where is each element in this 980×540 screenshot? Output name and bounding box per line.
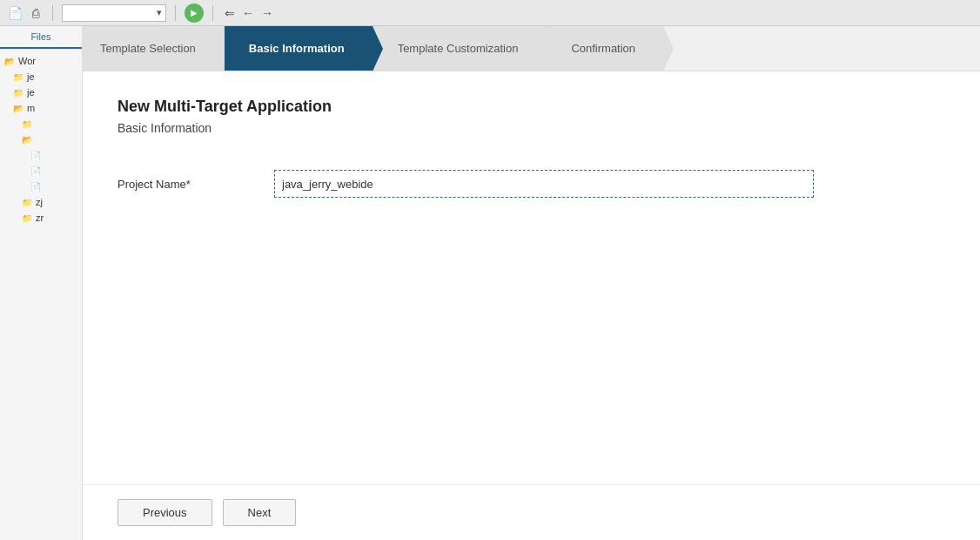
- list-item[interactable]: 📁 zj: [0, 194, 82, 210]
- toolbar-icon-2[interactable]: ⎙: [28, 5, 44, 21]
- folder-open-icon: 📂: [12, 102, 24, 114]
- nav-right-icon[interactable]: →: [258, 4, 276, 22]
- list-item[interactable]: 📁 je: [0, 69, 82, 84]
- tree-label: Wor: [18, 56, 36, 66]
- content-area: Template Selection Basic Information Tem…: [83, 26, 980, 540]
- nav-left-icon[interactable]: ←: [239, 4, 257, 22]
- tree-label: zj: [36, 197, 43, 207]
- list-item[interactable]: 📁: [0, 116, 82, 132]
- sidebar-tabs: Files: [0, 26, 82, 50]
- folder-icon: 📁: [21, 196, 33, 208]
- wizard-tab-template-customization[interactable]: Template Customization: [373, 26, 547, 71]
- file-icon: 📄: [30, 149, 42, 161]
- folder-icon: 📁: [12, 86, 24, 98]
- chevron-down-icon: ▾: [157, 7, 162, 18]
- tree-label: zr: [36, 213, 44, 223]
- list-item[interactable]: 📁 je: [0, 84, 82, 100]
- project-name-label: Project Name*: [117, 178, 274, 191]
- wizard-tab-basic-information[interactable]: Basic Information: [225, 26, 373, 71]
- list-item[interactable]: 📄: [0, 147, 82, 163]
- toolbar: 📄 ⎙ ▾ ▶ ⇐ ← →: [0, 0, 980, 26]
- main-area: Files 📂 Wor 📁 je 📁 je 📂 m 📁: [0, 26, 980, 540]
- list-item[interactable]: 📁 zr: [0, 210, 82, 226]
- play-button[interactable]: ▶: [185, 3, 204, 23]
- wizard-body: New Multi-Target Application Basic Infor…: [83, 71, 980, 484]
- previous-button[interactable]: Previous: [117, 499, 212, 526]
- wizard-tabs: Template Selection Basic Information Tem…: [83, 26, 980, 71]
- list-item[interactable]: 📂 m: [0, 100, 82, 116]
- toolbar-separator-3: [212, 5, 213, 21]
- file-icon: 📄: [30, 165, 42, 177]
- folder-icon: 📁: [21, 212, 33, 224]
- folder-icon: 📁: [21, 118, 33, 130]
- folder-icon: 📁: [12, 71, 24, 83]
- nav-arrows: ⇐ ← →: [222, 4, 276, 22]
- toolbar-separator-2: [175, 5, 176, 21]
- wizard-tab-template-selection[interactable]: Template Selection: [83, 26, 225, 71]
- project-name-row: Project Name*: [117, 170, 945, 198]
- tree-label: je: [27, 71, 35, 82]
- tree-label: je: [27, 87, 35, 98]
- list-item[interactable]: 📂 Wor: [0, 53, 82, 69]
- wizard-subtitle: Basic Information: [117, 121, 945, 135]
- toolbar-dropdown[interactable]: ▾: [62, 4, 166, 22]
- toolbar-separator-1: [52, 5, 53, 21]
- project-name-input[interactable]: [274, 170, 814, 198]
- nav-back-icon[interactable]: ⇐: [222, 4, 238, 22]
- list-item[interactable]: 📂: [0, 132, 82, 147]
- wizard-footer: Previous Next: [83, 484, 980, 540]
- wizard-tab-confirmation[interactable]: Confirmation: [547, 26, 663, 71]
- sidebar-tree: 📂 Wor 📁 je 📁 je 📂 m 📁 📂: [0, 50, 82, 540]
- sidebar: Files 📂 Wor 📁 je 📁 je 📂 m 📁: [0, 26, 83, 540]
- list-item[interactable]: 📄: [0, 179, 82, 194]
- toolbar-icon-1[interactable]: 📄: [7, 5, 23, 21]
- tree-label: m: [27, 103, 35, 113]
- folder-open-icon: 📂: [21, 133, 33, 145]
- wizard-title: New Multi-Target Application: [117, 98, 945, 116]
- wizard-tab-spacer: [663, 26, 980, 71]
- list-item[interactable]: 📄: [0, 163, 82, 179]
- sidebar-tab-files[interactable]: Files: [0, 26, 82, 49]
- file-icon: 📄: [30, 180, 42, 192]
- folder-open-icon: 📂: [3, 55, 16, 67]
- next-button[interactable]: Next: [223, 499, 297, 526]
